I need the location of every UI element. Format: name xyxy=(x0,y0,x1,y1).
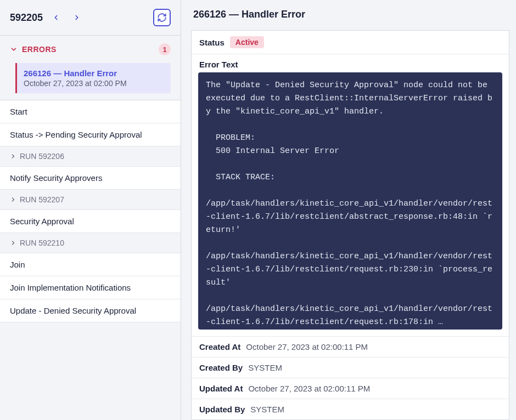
created-at-value: October 27, 2023 at 02:00:11 PM xyxy=(246,342,368,351)
refresh-button[interactable] xyxy=(153,9,171,26)
prev-run-button[interactable] xyxy=(48,10,64,25)
updated-at-value: October 27, 2023 at 02:00:11 PM xyxy=(248,384,370,393)
error-text-section: Error Text The "Update - Denied Security… xyxy=(192,54,509,337)
updated-by-label: Updated By xyxy=(199,405,245,414)
created-by-row: Created By SYSTEM xyxy=(192,357,509,378)
created-by-value: SYSTEM xyxy=(248,363,282,372)
node-label: Status -> Pending Security Approval xyxy=(10,130,142,139)
updated-at-row: Updated At October 27, 2023 at 02:00:11 … xyxy=(192,378,509,399)
chevron-right-icon xyxy=(10,196,16,203)
chevron-right-icon xyxy=(10,153,16,160)
run-id: 592205 xyxy=(10,12,43,24)
node-list: Start Status -> Pending Security Approva… xyxy=(0,100,181,322)
sidebar-header: 592205 xyxy=(0,0,181,35)
node-label: Start xyxy=(10,107,27,116)
created-at-label: Created At xyxy=(199,342,240,351)
status-badge: Active xyxy=(230,36,264,48)
node-label: Join xyxy=(10,260,25,269)
sub-run-label: RUN 592207 xyxy=(20,195,64,204)
status-row: Status Active xyxy=(192,31,509,54)
node-join[interactable]: Join xyxy=(0,253,181,276)
sub-run-592210[interactable]: RUN 592210 xyxy=(0,233,181,253)
error-list-item[interactable]: 266126 — Handler Error October 27, 2023 … xyxy=(15,63,171,93)
error-text-value[interactable]: The "Update - Denied Security Approval" … xyxy=(198,72,502,330)
chevron-right-icon xyxy=(10,240,16,246)
node-join-impl-notifications[interactable]: Join Implementation Notifications xyxy=(0,276,181,299)
updated-by-row: Updated By SYSTEM xyxy=(192,399,509,419)
node-security-approval[interactable]: Security Approval xyxy=(0,210,181,233)
chevron-left-icon xyxy=(52,14,60,21)
node-update-denied[interactable]: Update - Denied Security Approval xyxy=(0,299,181,322)
next-run-button[interactable] xyxy=(69,10,85,25)
created-by-label: Created By xyxy=(199,363,243,372)
node-label: Security Approval xyxy=(10,217,74,226)
error-detail-card: Status Active Error Text The "Update - D… xyxy=(191,30,509,420)
sub-run-592207[interactable]: RUN 592207 xyxy=(0,190,181,210)
error-item-title: 266126 — Handler Error xyxy=(24,69,164,78)
sub-run-label: RUN 592210 xyxy=(20,239,64,247)
error-item-date: October 27, 2023 at 02:00 PM xyxy=(24,79,164,88)
errors-label: ERRORS xyxy=(22,45,57,54)
page-title: 266126 — Handler Error xyxy=(181,0,516,30)
refresh-icon xyxy=(157,13,167,22)
node-notify-approvers[interactable]: Notify Security Approvers xyxy=(0,167,181,190)
node-label: Notify Security Approvers xyxy=(10,173,102,183)
node-status-pending[interactable]: Status -> Pending Security Approval xyxy=(0,123,181,146)
main-panel: 266126 — Handler Error Status Active Err… xyxy=(181,0,516,420)
error-text-label: Error Text xyxy=(192,54,509,72)
created-at-row: Created At October 27, 2023 at 02:00:11 … xyxy=(192,337,509,357)
sidebar: 592205 ERRORS 1 266126 — H xyxy=(0,0,181,420)
status-label: Status xyxy=(199,38,225,47)
sub-run-label: RUN 592206 xyxy=(20,152,64,161)
node-start[interactable]: Start xyxy=(0,100,181,123)
node-label: Update - Denied Security Approval xyxy=(10,306,136,315)
node-label: Join Implementation Notifications xyxy=(10,283,131,292)
sub-run-592206[interactable]: RUN 592206 xyxy=(0,146,181,167)
errors-count-badge: 1 xyxy=(159,43,171,55)
updated-by-value: SYSTEM xyxy=(250,405,284,414)
chevron-right-icon xyxy=(73,14,81,21)
updated-at-label: Updated At xyxy=(199,384,243,393)
errors-toggle[interactable]: ERRORS 1 xyxy=(0,36,181,63)
chevron-down-icon xyxy=(10,46,18,53)
